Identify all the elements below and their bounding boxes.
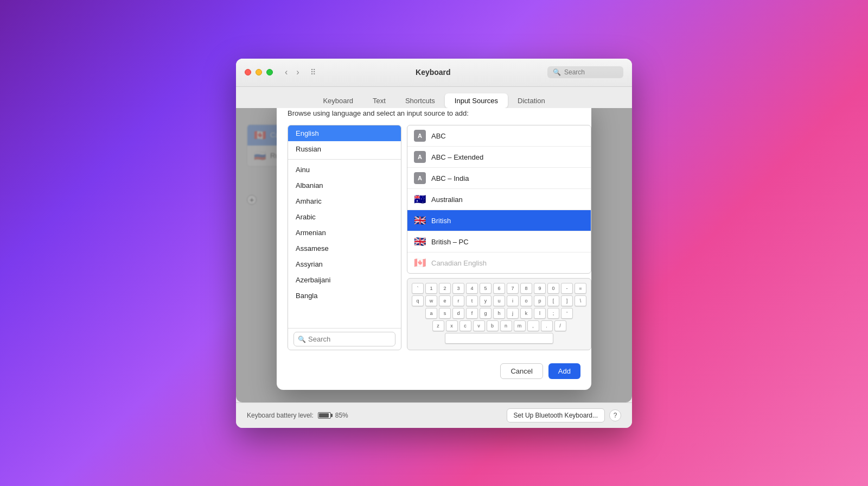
window-title: Keyboard [319, 68, 547, 77]
kb-key-v: v [473, 320, 485, 331]
add-button[interactable]: Add [548, 363, 580, 379]
lang-item-armenian[interactable]: Armenian [288, 225, 401, 241]
traffic-lights [245, 69, 273, 75]
kb-key-m: m [514, 320, 526, 331]
kb-key-7: 7 [507, 283, 519, 294]
is-item-australian[interactable]: 🇦🇺 Australian [407, 188, 591, 210]
kb-key-3: 3 [452, 283, 464, 294]
kb-key-h: h [493, 308, 505, 319]
abc-extended-icon: A [414, 151, 426, 163]
modal-search-icon: 🔍 [298, 336, 306, 343]
modal-title: Browse using language and select an inpu… [288, 109, 580, 117]
lang-item-assyrian[interactable]: Assyrian [288, 256, 401, 272]
is-item-abc-extended[interactable]: A ABC – Extended [407, 146, 591, 167]
nav-buttons: ‹ › ⠿ [282, 65, 319, 79]
keyboard-preview: ` 1 2 3 4 5 6 7 8 9 0 - [407, 278, 591, 350]
kb-key-s: s [439, 308, 451, 319]
kb-key-backtick: ` [412, 283, 424, 294]
tab-dictation[interactable]: Dictation [508, 93, 555, 108]
cancel-button[interactable]: Cancel [500, 363, 542, 379]
kb-key-z: z [432, 320, 444, 331]
lang-item-assamese[interactable]: Assamese [288, 241, 401, 256]
lang-item-russian[interactable]: Russian [288, 141, 401, 157]
kb-key-e: e [439, 295, 451, 306]
help-button[interactable]: ? [609, 409, 621, 421]
is-item-canadian-english[interactable]: 🇨🇦 Canadian English [407, 252, 591, 273]
title-search[interactable]: 🔍 [547, 66, 623, 78]
kb-key-c: c [459, 320, 471, 331]
kb-key-a: a [425, 308, 437, 319]
kb-key-n: n [500, 320, 512, 331]
canadian-english-label: Canadian English [431, 259, 487, 267]
search-input[interactable] [564, 68, 618, 76]
kb-key-0: 0 [547, 283, 559, 294]
australian-flag: 🇦🇺 [414, 193, 426, 205]
kb-key-period: . [541, 320, 553, 331]
kb-key-4: 4 [466, 283, 478, 294]
kb-key-i: i [507, 295, 519, 306]
lang-item-arabic[interactable]: Arabic [288, 209, 401, 225]
forward-button[interactable]: › [293, 65, 302, 79]
abc-india-label: ABC – India [431, 174, 469, 182]
kb-key-semicolon: ; [547, 308, 559, 319]
fullscreen-button[interactable] [266, 69, 273, 75]
grid-button[interactable]: ⠿ [307, 65, 319, 79]
kb-key-1: 1 [425, 283, 437, 294]
minimize-button[interactable] [256, 69, 262, 75]
kb-key-8: 8 [520, 283, 532, 294]
kb-key-f: f [466, 308, 478, 319]
kb-key-slash: / [554, 320, 566, 331]
input-source-items: A ABC A ABC – Extended A ABC [407, 125, 591, 274]
canadian-flag: 🇨🇦 [414, 257, 426, 269]
abc-icon: A [414, 130, 426, 142]
british-pc-label: British – PC [431, 238, 469, 246]
kb-key-w: w [425, 295, 437, 306]
abc-extended-label: ABC – Extended [431, 153, 483, 161]
tab-shortcuts[interactable]: Shortcuts [395, 93, 445, 108]
kb-key-l: l [534, 308, 546, 319]
kb-row-1: ` 1 2 3 4 5 6 7 8 9 0 - [412, 283, 586, 294]
modal-body: English Russian Ainu Albanian Amharic Ar… [288, 125, 580, 350]
abc-india-icon: A [414, 172, 426, 184]
kb-key-u: u [493, 295, 505, 306]
bluetooth-button[interactable]: Set Up Bluetooth Keyboard... [507, 408, 605, 422]
kb-key-b: b [487, 320, 499, 331]
kb-key-p: p [534, 295, 546, 306]
back-button[interactable]: ‹ [282, 65, 291, 79]
lang-item-albanian[interactable]: Albanian [288, 178, 401, 193]
modal-dialog: Browse using language and select an inpu… [277, 108, 591, 390]
tab-bar: Keyboard Text Shortcuts Input Sources Di… [236, 87, 632, 108]
modal-footer: Cancel Add [288, 358, 580, 379]
battery-percent: 85% [335, 412, 348, 419]
is-item-british[interactable]: 🇬🇧 British [407, 210, 591, 231]
lang-item-amharic[interactable]: Amharic [288, 193, 401, 209]
australian-label: Australian [431, 195, 463, 204]
kb-key-t: t [466, 295, 478, 306]
modal-search-input[interactable] [293, 332, 395, 346]
battery-label: Keyboard battery level: [247, 412, 314, 419]
close-button[interactable] [245, 69, 251, 75]
title-bar: ‹ › ⠿ Keyboard 🔍 [236, 59, 632, 87]
kb-key-x: x [446, 320, 458, 331]
british-pc-flag: 🇬🇧 [414, 236, 426, 248]
lang-item-azerbaijani[interactable]: Azerbaijani [288, 272, 401, 288]
input-sources-panel: A ABC A ABC – Extended A ABC [407, 125, 591, 350]
tab-input-sources[interactable]: Input Sources [445, 93, 508, 108]
modal-search-bar: 🔍 [288, 328, 401, 350]
is-item-abc-india[interactable]: A ABC – India [407, 167, 591, 188]
battery-info: Keyboard battery level: 85% [247, 412, 348, 419]
kb-key-5: 5 [480, 283, 492, 294]
kb-key-minus: - [561, 283, 573, 294]
search-icon: 🔍 [553, 68, 561, 76]
kb-key-d: d [452, 308, 464, 319]
is-item-abc[interactable]: A ABC [407, 125, 591, 146]
language-list-inner: English Russian Ainu Albanian Amharic Ar… [288, 125, 401, 328]
lang-item-ainu[interactable]: Ainu [288, 162, 401, 178]
lang-item-english[interactable]: English [288, 125, 401, 141]
is-item-british-pc[interactable]: 🇬🇧 British – PC [407, 231, 591, 252]
lang-item-bangla[interactable]: Bangla [288, 288, 401, 304]
tab-text[interactable]: Text [363, 93, 395, 108]
battery-icon [318, 412, 331, 419]
tab-keyboard[interactable]: Keyboard [313, 93, 363, 108]
kb-key-y: y [480, 295, 492, 306]
